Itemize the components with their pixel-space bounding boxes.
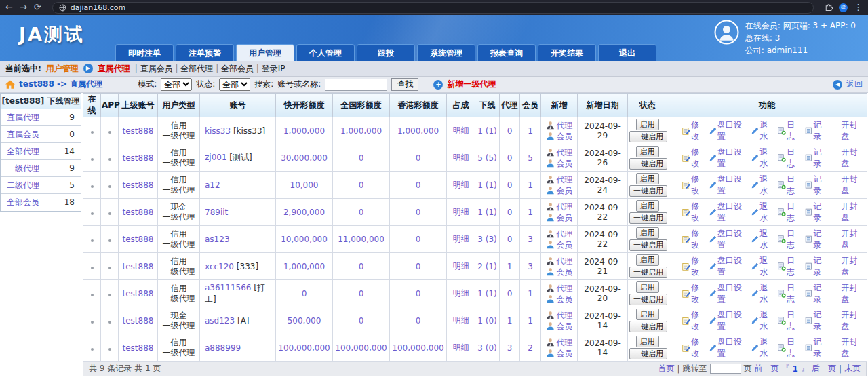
- add-member-link[interactable]: 会员: [557, 321, 573, 332]
- detail-link[interactable]: 明细: [453, 180, 469, 189]
- downline-link[interactable]: 3 (3): [477, 235, 496, 244]
- quota-fast-link[interactable]: 10,000,000: [281, 235, 328, 244]
- members-count-link[interactable]: 3: [528, 235, 533, 244]
- action-5-link[interactable]: 记录: [805, 255, 830, 278]
- search-input[interactable]: [325, 79, 387, 91]
- account-link[interactable]: a12: [205, 180, 220, 190]
- nav-tab[interactable]: 注单预警: [176, 44, 234, 61]
- action-5-link[interactable]: 记录: [805, 201, 830, 224]
- add-agent-link[interactable]: 代理: [557, 337, 573, 348]
- action-1-link[interactable]: 修改: [682, 174, 707, 197]
- action-1-link[interactable]: 修改: [682, 309, 707, 332]
- status-button[interactable]: 启用: [636, 227, 659, 239]
- quota-hk-link[interactable]: 0: [416, 289, 421, 298]
- action-6-link[interactable]: 开封盘: [841, 119, 865, 142]
- nav-tab[interactable]: 用户管理: [236, 44, 294, 61]
- sidebar-item[interactable]: 二级代理5: [1, 177, 81, 194]
- action-5-link[interactable]: 记录: [805, 309, 830, 332]
- extensions-icon[interactable]: [825, 3, 833, 12]
- members-count-link[interactable]: 1: [528, 316, 533, 326]
- action-2-link[interactable]: 盘口设置: [709, 255, 750, 278]
- detail-link[interactable]: 明细: [453, 153, 469, 162]
- action-3-link[interactable]: 退水: [751, 336, 776, 359]
- refresh-icon[interactable]: ⟳: [34, 0, 41, 15]
- quota-national-link[interactable]: 0: [359, 180, 364, 190]
- members-count-link[interactable]: 1: [528, 180, 533, 190]
- action-4-link[interactable]: 日志: [778, 282, 803, 305]
- action-4-link[interactable]: 日志: [778, 309, 803, 332]
- action-1-link[interactable]: 修改: [682, 147, 707, 170]
- action-2-link[interactable]: 盘口设置: [709, 119, 750, 142]
- action-4-link[interactable]: 日志: [778, 255, 803, 278]
- account-link[interactable]: as123: [205, 235, 230, 244]
- crumb-link[interactable]: 登录IP: [262, 64, 285, 73]
- parent-account-link[interactable]: test888: [123, 343, 154, 353]
- mode-select[interactable]: 全部: [161, 78, 192, 91]
- quota-fast-link[interactable]: 1,000,000: [283, 262, 325, 271]
- add-member-link[interactable]: 会员: [557, 131, 573, 142]
- status-button[interactable]: 一键启用: [629, 321, 667, 332]
- detail-link[interactable]: 明细: [453, 261, 469, 271]
- action-2-link[interactable]: 盘口设置: [709, 174, 750, 197]
- add-agent-link[interactable]: 代理: [557, 283, 573, 294]
- agents-count-link[interactable]: 1: [507, 262, 513, 271]
- members-count-link[interactable]: 1: [528, 126, 533, 136]
- quota-hk-link[interactable]: 0: [416, 262, 421, 271]
- members-count-link[interactable]: 3: [528, 262, 533, 271]
- parent-account-link[interactable]: test888: [123, 208, 154, 217]
- status-button[interactable]: 一键启用: [629, 294, 667, 305]
- action-3-link[interactable]: 退水: [751, 255, 776, 278]
- status-button[interactable]: 一键启用: [629, 267, 667, 278]
- action-5-link[interactable]: 记录: [805, 174, 830, 197]
- quota-fast-link[interactable]: 30,000,000: [281, 153, 328, 163]
- action-1-link[interactable]: 修改: [682, 336, 707, 359]
- action-4-link[interactable]: 日志: [778, 201, 803, 224]
- nav-tab[interactable]: 开奖结果: [538, 44, 596, 61]
- action-6-link[interactable]: 开封盘: [841, 282, 865, 305]
- action-2-link[interactable]: 盘口设置: [709, 201, 750, 224]
- parent-account-link[interactable]: test888: [123, 126, 154, 136]
- nav-tab[interactable]: 跟投: [357, 44, 415, 61]
- downline-link[interactable]: 1 (1): [477, 208, 496, 217]
- action-6-link[interactable]: 开封盘: [841, 336, 865, 359]
- parent-account-link[interactable]: test888: [123, 316, 154, 326]
- add-agent-link[interactable]: 代理: [557, 256, 573, 267]
- status-button[interactable]: 启用: [636, 173, 659, 184]
- quota-fast-link[interactable]: 2,900,000: [283, 208, 325, 217]
- action-6-link[interactable]: 开封盘: [841, 201, 865, 224]
- action-6-link[interactable]: 开封盘: [841, 228, 865, 251]
- status-button[interactable]: 一键启用: [629, 131, 667, 142]
- quota-national-link[interactable]: 1,000,000: [340, 126, 382, 136]
- agents-count-link[interactable]: 1: [507, 316, 513, 326]
- agents-count-link[interactable]: 3: [507, 343, 513, 353]
- crumb-link-active[interactable]: 直属代理: [98, 63, 130, 75]
- action-6-link[interactable]: 开封盘: [841, 174, 865, 197]
- first-page-link[interactable]: 首页: [658, 363, 675, 374]
- add-member-link[interactable]: 会员: [557, 348, 573, 359]
- add-member-link[interactable]: 会员: [557, 158, 573, 169]
- quota-hk-link[interactable]: 100,000,000: [392, 343, 443, 353]
- add-member-link[interactable]: 会员: [557, 267, 573, 277]
- quota-national-link[interactable]: 0: [359, 153, 364, 163]
- quota-fast-link[interactable]: 1,000,000: [283, 126, 325, 136]
- nav-tab[interactable]: 即时注单: [115, 44, 174, 61]
- action-1-link[interactable]: 修改: [682, 228, 707, 251]
- crumb-link[interactable]: 直属会员: [140, 64, 173, 73]
- back-icon[interactable]: ←: [5, 0, 13, 15]
- nav-tab[interactable]: 系统管理: [417, 44, 475, 61]
- agents-count-link[interactable]: 0: [507, 208, 513, 217]
- downline-link[interactable]: 5 (5): [477, 153, 496, 163]
- last-page-link[interactable]: 末页: [844, 363, 861, 374]
- action-5-link[interactable]: 记录: [805, 228, 830, 251]
- quota-hk-link[interactable]: 0: [416, 208, 421, 217]
- profile-avatar[interactable]: 建: [839, 3, 848, 12]
- account-link[interactable]: zj001: [205, 153, 227, 162]
- status-button[interactable]: 启用: [636, 309, 659, 320]
- add-agent-link[interactable]: 代理: [557, 147, 573, 158]
- crumb-link[interactable]: 全部代理: [180, 64, 213, 73]
- parent-account-link[interactable]: test888: [123, 153, 154, 163]
- jump-page-input[interactable]: [710, 364, 741, 374]
- action-5-link[interactable]: 记录: [805, 119, 830, 142]
- action-2-link[interactable]: 盘口设置: [709, 147, 750, 170]
- quota-hk-link[interactable]: 0: [416, 235, 421, 244]
